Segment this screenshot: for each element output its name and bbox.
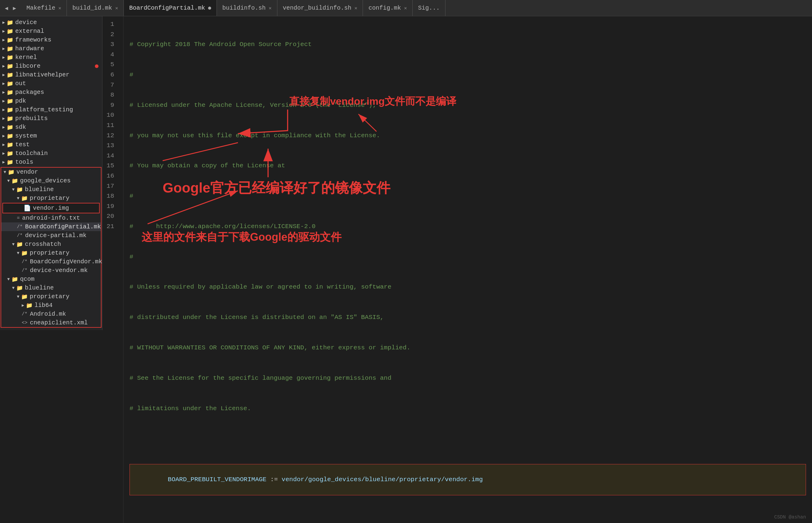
expand-arrow: ▶ — [2, 37, 5, 42]
tab-close-icon[interactable]: ✕ — [269, 5, 272, 11]
sidebar-item-proprietary[interactable]: ▼ 📁 proprietary — [1, 194, 101, 202]
tab-vendor-buildinfo[interactable]: vendor_buildinfo.sh ✕ — [277, 0, 363, 16]
tab-bar: ◀ ▶ Makefile ✕ build_id.mk ✕ BoardConfig… — [0, 0, 812, 16]
folder-icon: 📁 — [6, 46, 13, 52]
tab-config[interactable]: config.mk ✕ — [363, 0, 413, 16]
expand-arrow: ▶ — [2, 81, 5, 86]
expand-arrow: ▶ — [2, 151, 5, 156]
expand-arrow: ▶ — [2, 29, 5, 34]
folder-icon: 📁 — [12, 178, 18, 184]
sidebar-item-platform-testing[interactable]: ▶ 📁 platform_testing — [0, 105, 102, 114]
folder-icon: 📁 — [6, 133, 13, 139]
sidebar-item-google-devices[interactable]: ▼ 📁 google_devices — [1, 176, 101, 185]
sidebar-item-out[interactable]: ▶ 📁 out — [0, 79, 102, 88]
folder-icon: 📁 — [6, 115, 13, 122]
folder-icon: 📁 — [6, 107, 13, 113]
unsaved-dot — [208, 6, 211, 10]
sidebar-item-system[interactable]: ▶ 📁 system — [0, 131, 102, 140]
sidebar-item-blueline[interactable]: ▼ 📁 blueline — [1, 185, 101, 194]
expand-arrow: ▼ — [17, 196, 19, 201]
sidebar-item-board-config-partial[interactable]: /* BoardConfigPartial.mk — [1, 222, 101, 231]
tab-close-icon[interactable]: ✕ — [355, 5, 358, 11]
folder-icon: 📁 — [6, 54, 13, 61]
expand-arrow: ▶ — [2, 20, 5, 25]
expand-arrow: ▼ — [17, 294, 19, 299]
expand-arrow: ▼ — [12, 286, 15, 290]
folder-icon: 📁 — [21, 195, 28, 202]
folder-icon: 📁 — [16, 285, 23, 291]
folder-icon: 📁 — [8, 169, 15, 176]
sidebar-item-android-info[interactable]: = android-info.txt — [1, 214, 101, 222]
folder-icon: 📁 — [21, 293, 28, 300]
sidebar-item-packages[interactable]: ▶ 📁 packages — [0, 88, 102, 96]
expand-arrow: ▼ — [7, 178, 10, 183]
sidebar-item-cneapiclient[interactable]: <> cneapiclient.xml — [1, 318, 101, 327]
tab-build-id[interactable]: build_id.mk ✕ — [67, 0, 124, 16]
sidebar-item-external[interactable]: ▶ 📁 external — [0, 27, 102, 36]
sidebar-item-android-mk[interactable]: /* Android.mk — [1, 310, 101, 318]
sidebar-item-frameworks[interactable]: ▶ 📁 frameworks — [0, 36, 102, 44]
sidebar-item-crosshatch[interactable]: ▼ 📁 crosshatch — [1, 240, 101, 249]
folder-icon: 📁 — [6, 159, 13, 165]
folder-icon: 📁 — [6, 150, 13, 157]
sidebar-item-tools[interactable]: ▶ 📁 tools — [0, 158, 102, 166]
folder-icon: 📁 — [26, 302, 33, 309]
sidebar-item-qcom-blueline[interactable]: ▼ 📁 blueline — [1, 284, 101, 292]
tab-close-icon[interactable]: ✕ — [115, 5, 118, 11]
expand-arrow: ▶ — [2, 64, 5, 69]
tab-buildinfo[interactable]: buildinfo.sh ✕ — [217, 0, 277, 16]
notification-dot — [95, 65, 99, 68]
file-icon: 📄 — [23, 204, 31, 212]
sidebar-item-hardware[interactable]: ▶ 📁 hardware — [0, 44, 102, 53]
folder-icon: 📁 — [6, 63, 13, 70]
sidebar-item-qcom[interactable]: ▼ 📁 qcom — [1, 275, 101, 284]
sidebar-item-qcom-proprietary[interactable]: ▼ 📁 proprietary — [1, 292, 101, 301]
expand-arrow: ▶ — [2, 160, 5, 165]
expand-arrow: ▶ — [22, 303, 24, 308]
nav-left-arrow[interactable]: ◀ — [3, 4, 10, 13]
tab-sig[interactable]: Sig... — [413, 0, 446, 16]
expand-arrow: ▶ — [2, 90, 5, 95]
folder-icon: 📁 — [6, 19, 13, 26]
expand-arrow: ▶ — [2, 107, 5, 112]
expand-arrow: ▶ — [2, 142, 5, 147]
main-content: ▶ 📁 device ▶ 📁 external ▶ 📁 frameworks ▶… — [0, 16, 812, 523]
sidebar-item-sdk[interactable]: ▶ 📁 sdk — [0, 123, 102, 131]
sidebar-item-libcore[interactable]: ▶ 📁 libcore — [0, 62, 102, 70]
sidebar-item-device-partial[interactable]: /* device-partial.mk — [1, 231, 101, 240]
tab-close-icon[interactable]: ✕ — [404, 5, 407, 11]
code-editor[interactable]: 12345 678910 1112131415 1617181920 21 # … — [102, 16, 812, 523]
folder-icon: 📁 — [6, 28, 13, 35]
sidebar-item-toolchain[interactable]: ▶ 📁 toolchain — [0, 149, 102, 158]
expand-arrow: ▶ — [2, 55, 5, 60]
sidebar-item-board-config-vendor[interactable]: /* BoardConfigVendor.mk — [1, 257, 101, 266]
sidebar-item-vendor[interactable]: ▼ 📁 vendor — [1, 168, 101, 176]
expand-arrow: ▶ — [2, 116, 5, 121]
code-content: 12345 678910 1112131415 1617181920 21 # … — [102, 16, 812, 523]
sidebar-item-device-vendor[interactable]: /* device-vendor.mk — [1, 266, 101, 275]
folder-icon: 📁 — [6, 124, 13, 131]
expand-arrow: ▼ — [4, 170, 6, 175]
expand-arrow: ▼ — [7, 277, 10, 282]
line-numbers: 12345 678910 1112131415 1617181920 21 — [102, 16, 123, 523]
tab-makefile[interactable]: Makefile ✕ — [21, 0, 67, 16]
expand-arrow: ▼ — [12, 242, 15, 247]
folder-icon: 📁 — [16, 186, 23, 193]
sidebar-item-libnativehelper[interactable]: ▶ 📁 libnativehelper — [0, 70, 102, 79]
sidebar-item-test[interactable]: ▶ 📁 test — [0, 140, 102, 149]
sidebar-item-crosshatch-proprietary[interactable]: ▼ 📁 proprietary — [1, 249, 101, 257]
watermark: CSDN @ashan — [774, 515, 806, 520]
nav-right-arrow[interactable]: ▶ — [11, 4, 18, 13]
sidebar-item-prebuilts[interactable]: ▶ 📁 prebuilts — [0, 114, 102, 123]
sidebar-item-pdk[interactable]: ▶ 📁 pdk — [0, 96, 102, 105]
folder-icon: 📁 — [6, 37, 13, 43]
sidebar-item-kernel[interactable]: ▶ 📁 kernel — [0, 53, 102, 62]
folder-icon: 📁 — [16, 241, 23, 248]
sidebar-item-lib64[interactable]: ▶ 📁 lib64 — [1, 301, 101, 310]
expand-arrow: ▶ — [2, 98, 5, 104]
sidebar-item-device[interactable]: ▶ 📁 device — [0, 18, 102, 27]
expand-arrow: ▶ — [2, 133, 5, 139]
tab-board-config-partial[interactable]: BoardConfigPartial.mk — [124, 0, 217, 16]
tab-close-icon[interactable]: ✕ — [58, 5, 62, 11]
sidebar-item-vendor-img[interactable]: 📄 vendor.img — [2, 203, 100, 213]
